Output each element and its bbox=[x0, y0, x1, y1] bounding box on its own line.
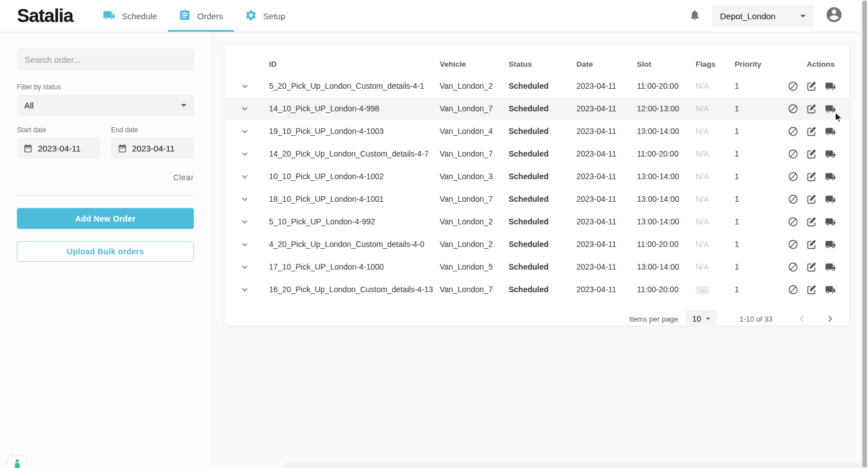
flags-na-label: N/A bbox=[696, 240, 709, 249]
table-row[interactable]: 10_10_Pick_UP_London-4-1002 Van_London_3… bbox=[224, 165, 849, 188]
table-row[interactable]: 18_10_Pick_UP_London-4-1001 Van_London_7… bbox=[224, 188, 849, 210]
status-cell: Scheduled bbox=[509, 262, 576, 271]
cancel-order-button[interactable] bbox=[788, 103, 798, 114]
assign-vehicle-button[interactable] bbox=[825, 171, 836, 182]
cancel-order-button[interactable] bbox=[788, 284, 798, 295]
assign-vehicle-button[interactable] bbox=[825, 262, 836, 272]
edit-order-button[interactable] bbox=[806, 126, 817, 137]
tab-orders[interactable]: Orders bbox=[168, 0, 234, 32]
end-date-field: End date 2023-04-11 bbox=[111, 126, 194, 159]
row-actions bbox=[788, 103, 836, 114]
cancel-order-button[interactable] bbox=[788, 171, 798, 182]
expand-row-button[interactable] bbox=[238, 283, 251, 296]
slot-cell: 11:00-20:00 bbox=[637, 81, 696, 90]
assign-vehicle-button[interactable] bbox=[825, 216, 836, 227]
expand-row-button[interactable] bbox=[238, 102, 251, 115]
chevron-down-icon bbox=[239, 284, 250, 295]
start-date-input[interactable]: 2023-04-11 bbox=[17, 137, 100, 159]
assign-vehicle-button[interactable] bbox=[825, 284, 836, 295]
top-navbar: Satalia Schedule Orders Setup Depot_Lond… bbox=[0, 0, 861, 32]
edit-order-button[interactable] bbox=[806, 103, 817, 114]
column-header-flags: Flags bbox=[696, 60, 735, 68]
row-actions bbox=[788, 284, 836, 295]
upload-bulk-orders-button[interactable]: Upload Bulk orders bbox=[17, 241, 194, 262]
edit-order-button[interactable] bbox=[806, 216, 817, 227]
filter-status-label: Filter by status bbox=[17, 83, 194, 91]
expand-row-button[interactable] bbox=[238, 192, 251, 206]
status-cell: Scheduled bbox=[509, 81, 576, 90]
cancel-order-button[interactable] bbox=[788, 239, 798, 250]
end-date-input[interactable]: 2023-04-11 bbox=[111, 137, 194, 159]
user-avatar[interactable] bbox=[825, 6, 843, 26]
flags-cell: N/A bbox=[696, 240, 735, 249]
assign-vehicle-button[interactable] bbox=[825, 239, 836, 250]
expand-row-button[interactable] bbox=[238, 237, 251, 251]
depot-selector[interactable]: Depot_London bbox=[712, 5, 814, 27]
edit-order-button[interactable] bbox=[806, 284, 817, 295]
edit-order-button[interactable] bbox=[806, 262, 817, 272]
expand-row-button[interactable] bbox=[238, 170, 251, 183]
priority-cell: 1 bbox=[735, 149, 788, 158]
cancel-order-button[interactable] bbox=[788, 194, 798, 205]
order-id-cell: 17_10_Pick_UP_London-4-1000 bbox=[269, 262, 440, 271]
start-date-field: Start date 2023-04-11 bbox=[17, 126, 100, 159]
table-row[interactable]: 4_20_Pick_Up_London_Custom_details-4-0 V… bbox=[224, 233, 849, 255]
date-cell: 2023-04-11 bbox=[576, 127, 637, 136]
next-page-button[interactable] bbox=[823, 312, 837, 326]
tab-schedule-label: Schedule bbox=[121, 11, 157, 21]
table-row[interactable]: 17_10_Pick_UP_London-4-1000 Van_London_5… bbox=[224, 255, 849, 278]
expand-row-button[interactable] bbox=[238, 79, 251, 93]
edit-order-button[interactable] bbox=[806, 171, 817, 182]
expand-row-button[interactable] bbox=[238, 147, 251, 161]
scrollbar-thumb[interactable] bbox=[862, 1, 867, 467]
table-row[interactable]: 5_20_Pick_Up_London_Custom_details-4-1 V… bbox=[224, 75, 849, 97]
tab-setup-label: Setup bbox=[263, 11, 285, 21]
table-row[interactable]: 16_20_Pick_Up_London_Custom_details-4-13… bbox=[224, 278, 849, 301]
slot-cell: 12:00-13:00 bbox=[637, 104, 696, 113]
cancel-order-button[interactable] bbox=[788, 216, 798, 227]
orders-table-card: ID Vehicle Status Date Slot Flags Priori… bbox=[224, 45, 849, 326]
cancel-order-button[interactable] bbox=[788, 81, 798, 92]
assign-vehicle-button[interactable] bbox=[825, 103, 836, 114]
truck-icon bbox=[825, 81, 836, 92]
order-id-cell: 19_10_Pick_UP_London-4-1003 bbox=[269, 127, 440, 136]
chevron-right-icon bbox=[824, 313, 836, 325]
expand-row-button[interactable] bbox=[238, 215, 251, 228]
expand-row-button[interactable] bbox=[238, 260, 251, 274]
table-row[interactable]: 14_20_Pick_Up_London_Custom_details-4-7 … bbox=[224, 142, 849, 165]
previous-page-button[interactable] bbox=[795, 312, 809, 326]
page-size-select[interactable]: 10 bbox=[686, 310, 717, 327]
edit-order-button[interactable] bbox=[806, 149, 817, 159]
add-new-order-button[interactable]: Add New Order bbox=[17, 208, 194, 229]
clear-filters-button[interactable]: Clear bbox=[17, 173, 194, 182]
priority-cell: 1 bbox=[735, 127, 788, 136]
cancel-order-button[interactable] bbox=[788, 262, 798, 272]
table-row[interactable]: 19_10_Pick_UP_London-4-1003 Van_London_4… bbox=[224, 120, 849, 142]
page-scrollbar[interactable] bbox=[861, 0, 868, 468]
help-beacon-widget[interactable] bbox=[7, 455, 27, 468]
assign-vehicle-button[interactable] bbox=[825, 81, 836, 92]
cancel-order-button[interactable] bbox=[788, 126, 798, 137]
column-header-id: ID bbox=[269, 60, 440, 68]
gear-icon bbox=[245, 9, 257, 23]
assign-vehicle-button[interactable] bbox=[825, 126, 836, 137]
calendar-icon bbox=[118, 144, 127, 153]
cancel-order-button[interactable] bbox=[788, 149, 798, 159]
table-row[interactable]: 5_10_Pick_UP_London-4-992 Van_London_2 S… bbox=[224, 210, 849, 233]
flags-chip[interactable]: ... bbox=[696, 286, 709, 294]
slot-cell: 13:00-14:00 bbox=[637, 194, 696, 203]
table-row[interactable]: 14_10_Pick_UP_London-4-998 Van_London_7 … bbox=[224, 97, 849, 120]
search-order-input[interactable] bbox=[17, 48, 194, 71]
tab-schedule[interactable]: Schedule bbox=[92, 0, 168, 32]
items-per-page-label: Items per page bbox=[629, 315, 678, 323]
edit-order-button[interactable] bbox=[806, 81, 817, 92]
expand-row-button[interactable] bbox=[238, 124, 251, 138]
assign-vehicle-button[interactable] bbox=[825, 194, 836, 205]
truck-icon bbox=[825, 216, 836, 227]
edit-order-button[interactable] bbox=[806, 239, 817, 250]
filter-status-select[interactable]: All bbox=[17, 94, 194, 116]
assign-vehicle-button[interactable] bbox=[825, 149, 836, 159]
tab-setup[interactable]: Setup bbox=[234, 0, 296, 32]
edit-order-button[interactable] bbox=[806, 194, 817, 205]
notifications-bell-icon[interactable] bbox=[689, 9, 701, 23]
